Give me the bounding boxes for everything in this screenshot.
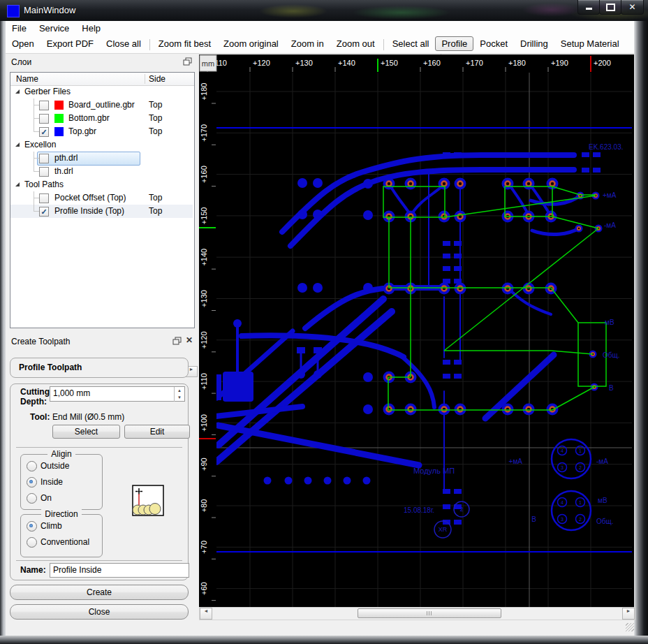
tool-label: Tool: — [30, 412, 50, 422]
cutting-depth-input[interactable]: 1,000 mm ▲▼ — [50, 386, 185, 402]
radio-label: Conventional — [40, 537, 89, 547]
layer-checkbox[interactable] — [39, 167, 49, 177]
unit-label: mm — [202, 59, 214, 68]
menu-help[interactable]: Help — [75, 21, 107, 36]
expand-triangle-icon[interactable] — [15, 182, 20, 186]
svg-text:1: 1 — [579, 448, 582, 453]
align-preview-icon — [132, 485, 164, 516]
svg-text:2: 2 — [579, 465, 582, 470]
pcb-canvas[interactable]: EK.623.03.+мА-мАмВОбщ.В+мА-мАмВВОбщ.Моду… — [199, 54, 634, 607]
tree-layer-row[interactable]: th.drl — [10, 165, 193, 178]
column-divider[interactable] — [145, 74, 145, 84]
radio-inside[interactable] — [27, 477, 37, 488]
toolbar-separator — [383, 39, 384, 50]
toolbar: OpenExport PDFClose allZoom fit bestZoom… — [6, 36, 634, 54]
tree-layer-row[interactable]: Pocket Offset (Top)Top — [10, 191, 193, 205]
svg-text:+140: +140 — [338, 59, 355, 67]
tree-layer-row[interactable]: Board_outline.gbrTop — [10, 98, 193, 112]
tree-layer-row[interactable]: ✓Profile Inside (Top)Top — [10, 205, 193, 218]
toolbar-export-pdf[interactable]: Export PDF — [40, 36, 100, 51]
scroll-thumb[interactable] — [358, 608, 501, 618]
tree-group-row[interactable]: Tool Paths — [10, 178, 193, 191]
expand-triangle-icon[interactable] — [15, 142, 20, 147]
column-side[interactable]: Side — [149, 74, 165, 84]
svg-text:XR: XR — [439, 526, 448, 533]
menu-file[interactable]: File — [6, 21, 33, 36]
menu-service[interactable]: Service — [33, 21, 75, 36]
name-input[interactable]: Profile Inside — [50, 563, 189, 578]
svg-text:+130: +130 — [295, 59, 313, 67]
toolbar-close-all[interactable]: Close all — [100, 36, 147, 51]
direction-groupbox: Direction ClimbConventional — [20, 514, 103, 557]
close-dock-icon[interactable]: ✕ — [186, 335, 193, 345]
toolbar-pocket[interactable]: Pocket — [473, 36, 514, 51]
tree-layer-row[interactable]: Bottom.gbrTop — [10, 112, 193, 125]
name-label: Name: — [20, 565, 46, 575]
canvas-label: Общ. — [603, 351, 620, 359]
tree-header[interactable]: Name Side — [10, 73, 194, 86]
tree-group-row[interactable]: Excellon — [10, 138, 193, 152]
menu-bar: FileServiceHelp — [6, 21, 634, 36]
column-name[interactable]: Name — [16, 74, 38, 84]
align-group-label: Aligin — [47, 449, 75, 459]
radio-climb[interactable] — [27, 521, 37, 532]
window-content: FileServiceHelp OpenExport PDFClose allZ… — [6, 21, 634, 636]
canvas-label: 15.08.18г. — [404, 506, 434, 514]
svg-text:+180: +180 — [508, 59, 526, 67]
svg-text:2: 2 — [459, 506, 463, 513]
tree-group-row[interactable]: Gerber Files — [10, 85, 193, 98]
edit-tool-button[interactable]: Edit — [124, 425, 190, 439]
expand-triangle-icon[interactable] — [15, 89, 20, 94]
cutting-depth-label: Cutting Depth: — [20, 387, 51, 407]
scroll-left-arrow[interactable]: ◄ — [200, 608, 212, 620]
scroll-right-arrow[interactable]: ► — [622, 608, 635, 620]
toolbar-drilling[interactable]: Drilling — [514, 36, 554, 51]
select-tool-button[interactable]: Select — [52, 425, 120, 439]
svg-text:+100: +100 — [200, 414, 208, 432]
toolbar-profile[interactable]: Profile — [435, 36, 473, 51]
radio-label: On — [40, 493, 52, 503]
radio-on[interactable] — [27, 493, 37, 504]
tree-layer-row[interactable]: ✓Top.gbrTop — [10, 125, 193, 138]
tree-layer-row[interactable]: pth.drl — [10, 152, 193, 165]
svg-text:+150: +150 — [200, 207, 208, 225]
layer-checkbox[interactable]: ✓ — [39, 207, 49, 217]
window-border-left — [0, 21, 6, 636]
canvas-label: Общ. — [596, 518, 614, 525]
radio-outside[interactable] — [27, 461, 37, 471]
layers-tree[interactable]: Name Side Gerber FilesBoard_outline.gbrT… — [10, 72, 195, 328]
maximize-button[interactable] — [599, 0, 621, 15]
resize-grip[interactable] — [626, 623, 634, 631]
radio-conventional[interactable] — [27, 537, 37, 548]
toolbar-setup-material[interactable]: Setup Material — [554, 36, 626, 51]
toolbar-zoom-in[interactable]: Zoom in — [285, 36, 330, 51]
layer-checkbox[interactable] — [39, 154, 49, 163]
toolbar-open[interactable]: Open — [6, 36, 40, 51]
toolbar-zoom-original[interactable]: Zoom original — [217, 36, 285, 51]
main-window: MainWindow ✕ FileServiceHelp OpenExport … — [0, 0, 648, 644]
app-icon — [7, 5, 20, 17]
toolbar-zoom-out[interactable]: Zoom out — [330, 36, 381, 51]
create-button[interactable]: Create — [10, 585, 189, 600]
layer-checkbox[interactable]: ✓ — [39, 127, 49, 137]
minimize-button[interactable] — [577, 0, 600, 15]
svg-text:+60: +60 — [200, 582, 208, 595]
title-bar[interactable]: MainWindow ✕ — [0, 0, 648, 22]
float-dock-icon[interactable] — [183, 57, 193, 66]
toolbar-select-all[interactable]: Select all — [386, 36, 436, 51]
direction-group-label: Direction — [41, 509, 81, 519]
canvas-hscrollbar[interactable]: ◄ ► — [199, 607, 635, 620]
svg-text:+160: +160 — [423, 59, 441, 67]
spinner-arrows[interactable]: ▲▼ — [174, 387, 184, 402]
svg-text:4: 4 — [561, 448, 564, 453]
float-dock-icon[interactable] — [172, 337, 182, 346]
toolbar-zoom-fit-best[interactable]: Zoom fit best — [152, 36, 217, 51]
toolpath-header: Profile Toolpath — [19, 363, 82, 372]
layer-checkbox[interactable] — [39, 101, 49, 110]
close-button[interactable]: ✕ — [621, 0, 644, 15]
svg-text:+130: +130 — [200, 290, 208, 307]
layer-checkbox[interactable] — [39, 114, 49, 124]
layer-checkbox[interactable] — [39, 193, 49, 203]
svg-text:+140: +140 — [200, 249, 208, 266]
close-panel-button[interactable]: Close — [10, 604, 189, 620]
